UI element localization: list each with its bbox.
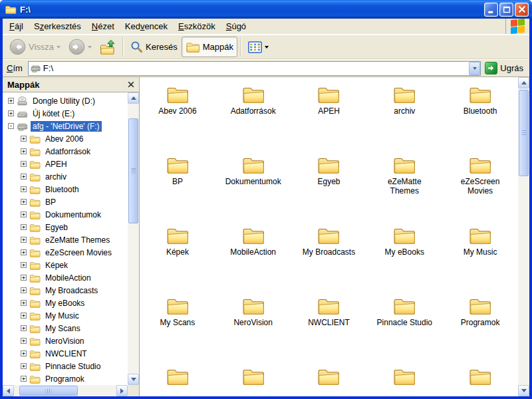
tree-horizontal-scrollbar[interactable] (3, 385, 128, 396)
tree-hscroll-thumb[interactable] (19, 386, 78, 396)
folder-item-bp[interactable]: BP (140, 152, 215, 186)
expand-icon[interactable]: + (21, 350, 27, 356)
folder-item-nerovision[interactable]: NeroVision (215, 293, 291, 327)
views-button[interactable] (244, 37, 273, 57)
expand-icon[interactable]: + (21, 161, 27, 167)
expand-icon[interactable]: + (21, 376, 27, 382)
tree-item-ezescreen-movies[interactable]: +eZeScreen Movies (3, 246, 128, 259)
folder-item-abev-2006[interactable]: Abev 2006 (140, 81, 215, 116)
expand-icon[interactable]: + (21, 237, 27, 243)
folder-item-unlabeled[interactable] (291, 363, 367, 388)
folder-item-unlabeled[interactable] (366, 363, 442, 388)
expand-icon[interactable]: + (21, 262, 27, 268)
expand-icon[interactable]: + (8, 110, 14, 116)
expand-icon[interactable]: + (21, 275, 27, 281)
tree-item-archiv[interactable]: +archiv (3, 170, 128, 183)
folder-item-my-broadcasts[interactable]: My Broadcasts (291, 222, 367, 257)
go-button[interactable]: Ugrás (481, 62, 527, 74)
tree-item-bluetooth[interactable]: +Bluetooth (3, 183, 128, 196)
views-dropdown-icon[interactable] (265, 46, 269, 51)
expand-icon[interactable]: + (21, 325, 27, 331)
menu-item-kedvencek[interactable]: Kedvencek (120, 20, 173, 33)
close-button[interactable] (515, 3, 529, 17)
content-scroll-track[interactable] (518, 88, 529, 385)
folder-item-pinnacle-studio[interactable]: Pinnacle Studio (366, 293, 442, 327)
expand-icon[interactable]: + (21, 199, 27, 205)
folder-item-k-pek[interactable]: Képek (140, 222, 215, 257)
tree-item-mobileaction[interactable]: +MobileAction (3, 271, 128, 284)
menu-item-n-zet[interactable]: Nézet (86, 20, 120, 33)
tree-scroll-track[interactable] (128, 104, 139, 374)
folder-item-apeh[interactable]: APEH (291, 81, 367, 116)
scroll-down-button[interactable] (518, 385, 529, 396)
tree-item-abev-2006[interactable]: +Abev 2006 (3, 132, 128, 145)
expand-icon[interactable]: + (21, 300, 27, 306)
explorer-bar-close-button[interactable] (126, 80, 136, 90)
folder-item-unlabeled[interactable] (215, 363, 291, 388)
menu-item-s-g[interactable]: Súgó (221, 20, 251, 33)
folder-item-archiv[interactable]: archiv (366, 81, 442, 116)
folder-item-ezematte-themes[interactable]: eZeMatte Themes (366, 152, 442, 196)
collapse-icon[interactable]: - (8, 123, 14, 129)
menu-item-f-jl[interactable]: Fájl (4, 20, 29, 33)
tree-item-nwclient[interactable]: +NWCLIENT (3, 347, 128, 360)
menu-item-szerkeszt-s[interactable]: Szerkesztés (29, 20, 86, 33)
up-button[interactable] (96, 37, 120, 57)
expand-icon[interactable]: + (21, 211, 27, 217)
tree-item-my-broadcasts[interactable]: +My Broadcasts (3, 284, 128, 297)
folder-item-my-music[interactable]: My Music (442, 222, 518, 257)
folder-item-adatforr-sok[interactable]: Adatforrások (215, 81, 291, 116)
expand-icon[interactable]: + (21, 313, 27, 319)
expand-icon[interactable]: + (21, 363, 27, 369)
folder-item-nwclient[interactable]: NWCLIENT (291, 293, 367, 327)
expand-icon[interactable]: + (8, 98, 14, 104)
expand-icon[interactable]: + (21, 338, 27, 344)
tree-item-programok[interactable]: +Programok (3, 372, 128, 385)
tree-item-my-music[interactable]: +My Music (3, 309, 128, 322)
tree-item-nerovision[interactable]: +NeroVision (3, 334, 128, 347)
scroll-right-button[interactable] (116, 385, 128, 396)
folder-item-unlabeled[interactable] (140, 363, 215, 388)
tree-item-j-k-tet-e[interactable]: +Új kötet (E:) (3, 107, 128, 120)
tree-item-adatforr-sok[interactable]: +Adatforrások (3, 145, 128, 158)
forward-dropdown-icon[interactable] (88, 46, 92, 51)
minimize-button[interactable] (484, 3, 498, 17)
tree-item-k-pek[interactable]: +Képek (3, 259, 128, 271)
folder-item-dokumentumok[interactable]: Dokumentumok (215, 152, 291, 186)
folder-item-mobileaction[interactable]: MobileAction (215, 222, 291, 257)
folder-item-my-scans[interactable]: My Scans (140, 293, 215, 327)
tree-item-pinnacle-studio[interactable]: +Pinnacle Studio (3, 360, 128, 372)
menu-item-eszk-z-k[interactable]: Eszközök (173, 20, 221, 33)
expand-icon[interactable]: + (21, 136, 27, 142)
expand-icon[interactable]: + (21, 249, 27, 255)
folder-item-unlabeled[interactable] (442, 363, 518, 388)
tree-scroll-thumb[interactable] (128, 118, 138, 223)
tree-item-ezematte-themes[interactable]: +eZeMatte Themes (3, 233, 128, 246)
expand-icon[interactable]: + (21, 174, 27, 180)
expand-icon[interactable]: + (21, 186, 27, 192)
scroll-up-button[interactable] (128, 92, 139, 104)
expand-icon[interactable]: + (21, 148, 27, 154)
tree-item-dongle-utility-d[interactable]: +Dongle Utility (D:) (3, 94, 128, 107)
expand-icon[interactable]: + (21, 224, 27, 230)
search-button[interactable]: Keresés (126, 37, 182, 57)
content-scroll-thumb[interactable] (519, 90, 529, 176)
folder-item-egyeb[interactable]: Egyeb (291, 152, 367, 186)
back-dropdown-icon[interactable] (57, 46, 61, 51)
tree-item-my-ebooks[interactable]: +My eBooks (3, 297, 128, 309)
folder-item-bluetooth[interactable]: Bluetooth (442, 81, 518, 116)
tree-item-my-scans[interactable]: +My Scans (3, 322, 128, 334)
folders-button[interactable]: Mappák (182, 37, 237, 57)
forward-button[interactable] (65, 37, 96, 57)
folder-item-my-ebooks[interactable]: My eBooks (366, 222, 442, 257)
tree-item-dokumentumok[interactable]: +Dokumentumok (3, 208, 128, 221)
tree-item-egyeb[interactable]: +Egyeb (3, 221, 128, 233)
scroll-up-button[interactable] (518, 77, 529, 88)
address-dropdown-button[interactable] (469, 62, 480, 75)
expand-icon[interactable]: + (21, 287, 27, 293)
maximize-button[interactable] (499, 3, 513, 17)
tree-hscroll-track[interactable] (14, 385, 116, 396)
content-vertical-scrollbar[interactable] (518, 77, 529, 396)
folder-item-ezescreen-movies[interactable]: eZeScreen Movies (442, 152, 518, 196)
tree-item-apeh[interactable]: +APEH (3, 158, 128, 170)
